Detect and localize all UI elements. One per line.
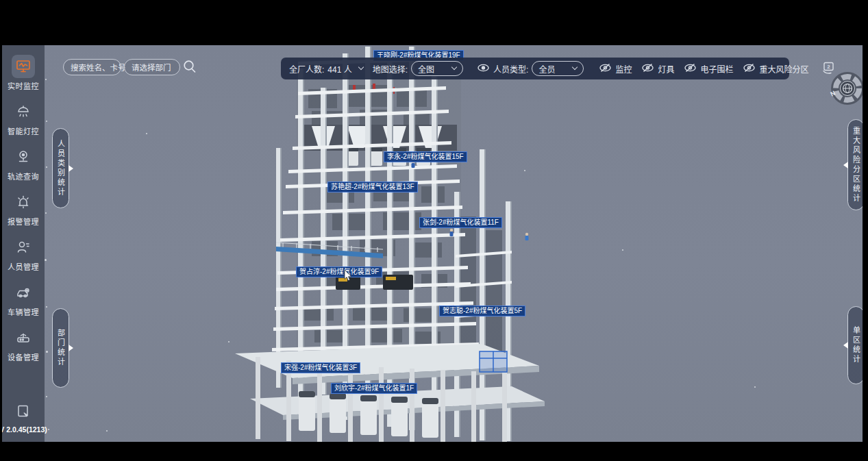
snow-particle [46,351,48,353]
monitoring-viewport[interactable]: 实时监控 智能灯控 轨迹查询 [2,45,863,442]
version-doc-icon[interactable] [15,403,32,423]
svg-text:2: 2 [828,64,831,70]
toggle-label: 监控 [615,63,632,75]
sidebar-item-realtime-monitoring[interactable]: 实时监控 [8,55,39,91]
version-block: V 2.0.45(1213) [2,403,45,434]
person-type-label: 人员类型: [493,63,528,75]
total-count-dropdown[interactable]: 全厂人数: 441 人 [289,63,363,75]
sidebar-item-personnel-management[interactable]: 人员管理 [8,236,39,272]
monitor-pulse-icon [12,55,35,78]
toggle-label: 灯具 [658,63,674,75]
chevron-down-icon [572,64,578,70]
person-location-label[interactable]: 苏艳超-2#粉煤气化装置13F [327,182,418,192]
eye-off-icon [684,63,697,75]
expand-arrow-icon [69,165,73,172]
tab-single-zone-stats[interactable]: 单区统计 [847,306,863,384]
snow-particle [106,430,108,432]
toggle-major-risk-zone[interactable]: 重大风险分区 [743,63,808,75]
total-count-label: 全厂人数: [289,63,324,75]
app-window: 实时监控 智能灯控 轨迹查询 [0,0,868,461]
person-location-label[interactable]: 宋强-2#粉煤气化装置3F [281,362,360,373]
person-location-label[interactable]: 贺志聪-2#粉煤气化装置5F [439,306,525,316]
tab-label: 部门统计 [55,329,66,367]
eye-off-icon [743,63,756,75]
snow-particle [524,170,525,171]
toggle-electronic-fence[interactable]: 电子围栏 [684,63,733,75]
sidebar-item-smart-lighting[interactable]: 智能灯控 [8,100,39,136]
person-location-label[interactable]: 张剑-2#粉煤气化装置11F [419,217,502,228]
search-input[interactable]: 搜索姓名、卡号 [63,59,121,75]
tab-major-risk-zone-stats[interactable]: 重大风险分区统计 [847,119,863,210]
map-select-label: 地图选择: [373,63,408,75]
version-label: V 2.0.45(1213) [2,425,47,434]
eye-off-icon [599,63,612,75]
map-select-value: 全图 [418,63,434,75]
snow-particle [622,249,623,251]
person-location-label[interactable]: 刘欣宇-2#粉煤气化装置1F [331,383,417,394]
snow-particle [45,259,47,261]
sidebar-item-label: 人员管理 [8,261,39,272]
tab-label: 重大风险分区统计 [851,127,862,203]
person-icon [12,236,35,259]
snow-particle [46,396,47,397]
person-location-label[interactable]: 贺占淳-2#粉煤气化装置9F [296,266,382,277]
sidebar-item-label: 报警管理 [8,216,39,227]
lamp-icon [12,100,35,123]
department-select[interactable]: 请选择部门 [124,59,180,75]
chevron-down-icon [358,64,363,70]
expand-arrow-icon [69,345,73,351]
snow-particle [46,306,47,308]
person-type-dropdown[interactable]: 全员 [532,61,584,76]
sidebar: 实时监控 智能灯控 轨迹查询 [2,45,45,442]
snow-particle [46,166,47,168]
search-icon[interactable] [182,59,197,77]
sidebar-item-label: 车辆管理 [8,306,39,317]
car-gear-icon [12,281,35,304]
snow-particle [146,133,147,134]
snow-particle [46,121,47,122]
person-type-value: 全员 [538,63,555,75]
snow-particle [45,79,47,80]
sidebar-item-equipment-management[interactable]: 设备管理 [8,326,39,362]
tab-label: 人员类别统计 [55,140,66,197]
mouse-cursor [344,270,354,285]
snow-particle [48,429,49,430]
tab-department-stats[interactable]: 部门统计 [52,308,69,388]
eye-off-icon [641,63,654,75]
toggle-monitoring[interactable]: 监控 [599,63,632,75]
map-toolbar: 全厂人数: 441 人 地图选择: 全图 人员类型: 全 [281,58,789,79]
sidebar-item-vehicle-management[interactable]: 车辆管理 [8,281,39,317]
toggle-lights[interactable]: 灯具 [641,63,674,75]
sidebar-item-track-query[interactable]: 轨迹查询 [8,145,39,182]
tab-personnel-category-stats[interactable]: 人员类别统计 [52,128,69,208]
snow-particle [228,341,230,342]
sidebar-item-label: 设备管理 [8,351,39,362]
camera-track-icon [12,145,35,169]
3d-plant-model[interactable] [2,45,863,442]
map-select-dropdown[interactable]: 全图 [411,61,463,76]
compass-navigation-gizmo[interactable]: N [827,70,863,111]
person-location-label[interactable]: 李永-2#粉煤气化装置15F [384,151,467,162]
sidebar-item-label: 实时监控 [8,80,39,91]
alarm-bell-icon [12,190,35,214]
toggle-label: 重大风险分区 [759,63,808,75]
chevron-down-icon [451,64,457,70]
sidebar-item-alarm-management[interactable]: 报警管理 [8,190,39,227]
expand-arrow-icon [843,162,848,169]
expand-arrow-icon [843,342,848,349]
eye-open-icon[interactable] [477,63,490,75]
sidebar-item-label: 智能灯控 [8,125,39,136]
snow-particle [754,386,756,388]
toggle-label: 电子围栏 [700,63,733,75]
sidebar-item-label: 轨迹查询 [8,171,39,182]
snow-particle [45,212,47,214]
tab-label: 单区统计 [851,326,862,364]
total-count-value: 441 人 [327,63,351,75]
device-icon [12,326,35,349]
